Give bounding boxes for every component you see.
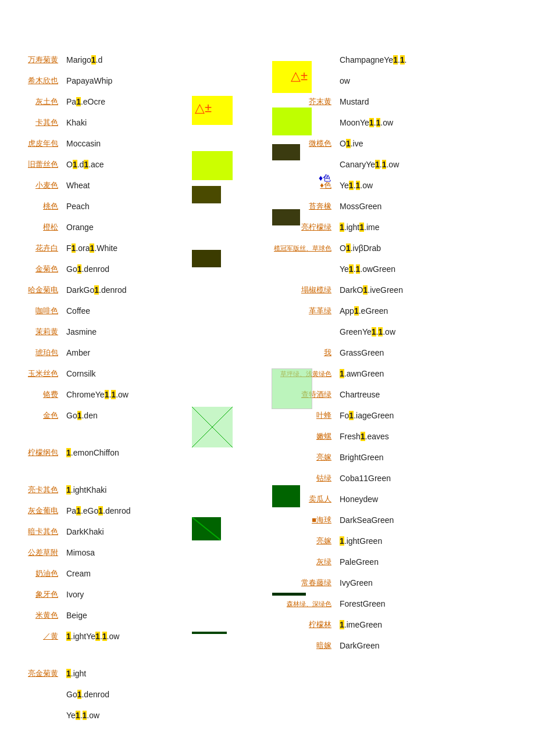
page-container: 万寿菊黄 Marigo1.d 希木欣也 PapayaWhip 灰土色 Pa1.e…	[0, 0, 535, 752]
english-name: Pa1.eGo1.denrod	[66, 506, 131, 515]
chinese-name[interactable]: 桃色	[12, 201, 58, 212]
chinese-name[interactable]: 森林绿、深绿色	[268, 600, 331, 608]
chinese-name[interactable]: 奶油色	[12, 568, 58, 579]
english-name: O1.ivβDrab	[340, 243, 381, 253]
chinese-name[interactable]: 卡其色	[12, 117, 58, 128]
chinese-name[interactable]: 玉米丝色	[12, 368, 58, 379]
list-item: 柠檬纲包 1.emonChiffon	[12, 445, 186, 460]
chinese-name[interactable]: 虎皮年包	[12, 138, 58, 149]
left-column: 万寿菊黄 Marigo1.d 希木欣也 PapayaWhip 灰土色 Pa1.e…	[12, 46, 186, 729]
chinese-name[interactable]: 金菊色	[12, 264, 58, 274]
color-swatch-darkolive	[192, 250, 221, 269]
chinese-name[interactable]: 茉莉黄	[12, 327, 58, 337]
chinese-name[interactable]: 亮卡其色	[12, 485, 58, 495]
list-item: 叶蜂 Fo1.iageGreen	[268, 408, 523, 423]
list-item: ／黄 1.ightYe1.1.ow	[12, 629, 186, 644]
chinese-name[interactable]: ／黄	[12, 631, 58, 642]
list-item: 万寿菊黄 Marigo1.d	[12, 52, 186, 67]
english-name: GrassGreen	[340, 348, 384, 357]
english-name: Ye1.1.ow	[340, 181, 373, 190]
chinese-name[interactable]: 我	[268, 347, 331, 358]
svg-rect-4	[192, 250, 221, 267]
list-item: 亮金菊黄 1.ight	[12, 666, 186, 681]
list-item: 亮嫁 BrightGreen	[268, 450, 523, 465]
english-name: ow	[340, 76, 350, 85]
color-swatch-chartreuse	[192, 151, 233, 182]
list-item: CanaryYe1.1.ow	[268, 157, 523, 172]
english-name: Cornsilk	[66, 369, 96, 378]
chinese-name[interactable]: 叶蜂	[268, 410, 331, 421]
chinese-name[interactable]: 象牙色	[12, 589, 58, 600]
english-name: IvyGreen	[340, 578, 373, 587]
chinese-name[interactable]: 花卉白	[12, 243, 58, 253]
chinese-name[interactable]: 柠檬纲包	[12, 447, 58, 458]
english-name: Marigo1.d	[66, 55, 102, 65]
chinese-name[interactable]: 灰绿	[268, 557, 331, 567]
chinese-name[interactable]: 芥末黄	[268, 96, 331, 107]
chinese-name[interactable]: ♦色	[268, 180, 331, 191]
svg-rect-3	[192, 186, 221, 203]
chinese-name[interactable]: 革革绿	[268, 306, 331, 316]
color-swatch-darkgreen-bottom	[272, 485, 300, 507]
color-swatch-olive-dark	[272, 144, 300, 160]
chinese-name[interactable]: 塌椒榄绿	[268, 285, 331, 295]
chinese-name[interactable]: 橙松	[12, 222, 58, 232]
list-item: 旧蕾丝色 O1.d1.ace	[12, 157, 186, 172]
chinese-name[interactable]: 常春藤绿	[268, 578, 331, 588]
list-item	[12, 429, 186, 439]
chinese-name[interactable]: 万寿菊黄	[12, 55, 58, 65]
chinese-name[interactable]: 榄冠军版丝、草球色	[268, 244, 331, 253]
chinese-name[interactable]: 小麦色	[12, 180, 58, 191]
chinese-name[interactable]: 公差草附	[12, 547, 58, 558]
list-item: 米黄色 Beige	[12, 608, 186, 623]
english-name: O1.ive	[340, 139, 363, 148]
english-name: CanaryYe1.1.ow	[340, 160, 399, 169]
english-name: Honeydew	[340, 495, 378, 504]
english-name: GreenYe1.1.ow	[340, 327, 395, 336]
color-swatch-chartreuse	[272, 108, 312, 135]
list-item: 公差草附 Mimosa	[12, 545, 186, 560]
english-name: ForestGreen	[340, 599, 386, 608]
chinese-name[interactable]: 钴绿	[268, 473, 331, 483]
english-name: Amber	[66, 348, 90, 357]
list-item: 榄冠军版丝、草球色 O1.ivβDrab	[268, 241, 523, 256]
list-item: 金菊色 Go1.denrod	[12, 261, 186, 277]
chinese-name[interactable]: 旧蕾丝色	[12, 159, 58, 170]
list-item: Go1.denrod	[12, 687, 186, 702]
chinese-name[interactable]: 亮嫁	[268, 452, 331, 463]
svg-rect-2	[192, 151, 233, 180]
chinese-name[interactable]: 灰金葡电	[12, 506, 58, 516]
chinese-name[interactable]: ■海球	[268, 515, 331, 525]
chinese-name[interactable]: 暗嫁	[268, 640, 331, 651]
main-layout: 万寿菊黄 Marigo1.d 希木欣也 PapayaWhip 灰土色 Pa1.e…	[12, 46, 523, 729]
list-item: 桃色 Peach	[12, 199, 186, 214]
list-item: 小麦色 Wheat	[12, 178, 186, 193]
chinese-name[interactable]: 铬费	[12, 389, 58, 400]
list-item: 虎皮年包 Moccasin	[12, 136, 186, 151]
english-name: 1.ightKhaki	[66, 485, 106, 495]
chinese-name[interactable]: 琥珀包	[12, 347, 58, 358]
english-name: DarkGo1.denrod	[66, 285, 127, 295]
chinese-name[interactable]: 哈金菊电	[12, 285, 58, 295]
english-name: Moccasin	[66, 139, 101, 148]
list-item: 茉莉黄 Jasmine	[12, 324, 186, 339]
chinese-name[interactable]: 咖啡色	[12, 306, 58, 316]
chinese-name[interactable]: 亮金菊黄	[12, 668, 58, 679]
english-name: Fo1.iageGreen	[340, 411, 394, 420]
list-item: 暗卡其色 DarkKhaki	[12, 524, 186, 539]
chinese-name[interactable]: 暗卡其色	[12, 526, 58, 537]
chinese-name[interactable]: 柠檬林	[268, 619, 331, 630]
english-name: Go1.denrod	[66, 690, 109, 699]
english-name: DarkO1.iveGreen	[340, 285, 403, 295]
chinese-name[interactable]: 嫩螺	[268, 431, 331, 442]
list-item: 微榄色 O1.ive	[268, 136, 523, 151]
chinese-name[interactable]: 亮嫁	[268, 536, 331, 546]
english-name: 1.awnGreen	[340, 369, 384, 378]
chinese-name[interactable]: 金色	[12, 410, 58, 421]
english-name: Jasmine	[66, 327, 97, 336]
chinese-name[interactable]: 灰土色	[12, 96, 58, 107]
list-item: 琥珀包 Amber	[12, 345, 186, 360]
chinese-name[interactable]: 希木欣也	[12, 76, 58, 86]
chinese-name[interactable]: 米黄色	[12, 610, 58, 621]
list-item: Ye1.1.ow	[12, 708, 186, 723]
